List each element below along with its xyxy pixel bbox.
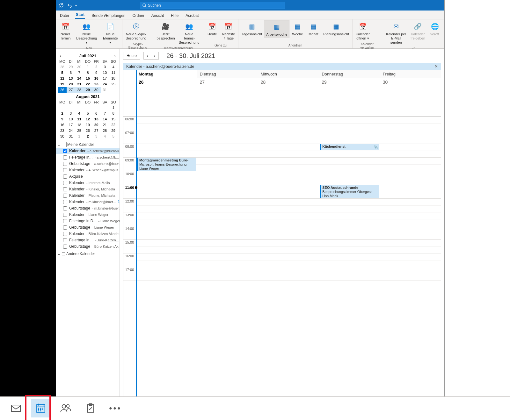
mini-calendar-day[interactable]: 13 [92, 116, 101, 122]
day-slots[interactable] [197, 117, 258, 419]
people-module-button[interactable] [56, 399, 76, 417]
ribbon-tab-hilfe[interactable]: Hilfe [170, 12, 179, 19]
calendar-checkbox[interactable] [63, 174, 67, 179]
calendar-list-item[interactable]: Feiertage in... - Büro-Kaizen... [56, 237, 120, 243]
calendar-list-item[interactable]: Kalender - Pisone, Michaela [56, 192, 120, 199]
mini-calendar-day[interactable]: 5 [58, 70, 67, 75]
day-header[interactable]: Donnerstag [319, 70, 380, 78]
ribbon-button[interactable]: ⓈNeue Skype-Besprechung [124, 20, 148, 42]
mini-calendar-day[interactable]: 12 [84, 116, 92, 122]
ribbon-tab-senden/empfangen[interactable]: Senden/Empfangen [91, 12, 126, 19]
collapse-sidebar-icon[interactable]: ‹ [56, 49, 120, 53]
ribbon-button[interactable]: ▦Woche [289, 20, 305, 38]
mini-calendar-day[interactable]: 27 [92, 128, 101, 133]
mini-calendar-day[interactable]: 22 [84, 81, 92, 87]
qat-customize-icon[interactable]: ▾ [75, 4, 77, 7]
day-header[interactable]: Freitag [380, 70, 441, 78]
search-input[interactable]: Suchen [140, 2, 285, 9]
mini-calendar-day[interactable]: 3 [92, 133, 101, 139]
mini-calendar-day[interactable]: 1 [75, 133, 84, 139]
mini-calendar-day[interactable]: 11 [75, 116, 84, 122]
mini-calendar-day[interactable]: 2 [58, 110, 67, 116]
mini-calendar-day[interactable]: 28 [75, 87, 84, 93]
mini-calendar-day[interactable]: 2 [92, 64, 101, 70]
prev-month-icon[interactable]: ‹ [60, 54, 61, 58]
prev-week-button[interactable]: ‹ [143, 52, 151, 60]
ribbon-tab-ordner[interactable]: Ordner [132, 12, 145, 19]
calendar-list-item[interactable]: Akquise [56, 173, 120, 180]
day-header[interactable]: Montag [136, 70, 197, 78]
calendar-checkbox[interactable] [63, 181, 67, 185]
ribbon-button[interactable]: 📄NeueElemente ▾ [100, 20, 121, 46]
ribbon-tab-datei[interactable]: Datei [59, 12, 69, 19]
mini-calendar-day[interactable]: 10 [67, 116, 75, 122]
calendar-checkbox[interactable] [63, 194, 67, 198]
mini-calendar-day[interactable]: 9 [58, 116, 67, 122]
mini-calendar-day[interactable]: 26 [84, 128, 92, 133]
mail-module-button[interactable] [6, 399, 26, 417]
calendar-group-other[interactable]: ⌄ Andere Kalender [56, 251, 120, 257]
calendar-checkbox[interactable] [63, 200, 67, 204]
mini-calendar-day[interactable]: 2 [84, 133, 92, 139]
today-button[interactable]: Heute [123, 52, 140, 60]
calendar-list-item[interactable]: Kalender - a.schenk@buero-k... [56, 148, 120, 154]
calendar-list-item[interactable]: Feiertage in... - a.schenk@b... [56, 154, 120, 160]
mini-calendar-day[interactable]: 6 [67, 70, 75, 75]
calendar-checkbox[interactable] [63, 238, 67, 242]
mini-calendar-day[interactable]: 15 [109, 116, 118, 122]
mini-calendar-day[interactable]: 29 [67, 64, 75, 70]
mini-calendar-day[interactable]: 13 [67, 75, 75, 81]
mini-calendar-day[interactable]: 10 [101, 70, 109, 75]
mini-calendar-day[interactable]: 17 [101, 75, 109, 81]
ribbon-button[interactable]: ✉Kalender perE-Mail senden [383, 20, 409, 46]
next-week-button[interactable]: › [151, 52, 159, 60]
ribbon-button[interactable]: ▦Arbeitswoche [264, 20, 289, 38]
mini-calendar-day[interactable]: 29 [84, 87, 92, 93]
mini-calendar-day[interactable]: 30 [75, 64, 84, 70]
mini-calendar-day[interactable]: 3 [101, 64, 109, 70]
day-slots[interactable]: Montagmorgenmeeting Büro-Microsoft Teams… [136, 117, 197, 419]
mini-calendar-day[interactable]: 26 [58, 87, 67, 93]
mini-calendar-day[interactable]: 20 [67, 81, 75, 87]
calendar-checkbox[interactable] [63, 206, 67, 210]
calendar-checkbox[interactable] [63, 162, 67, 166]
mini-calendar-day[interactable]: 27 [67, 87, 75, 93]
calendar-list-item[interactable]: Kalender - Liane Weger [56, 211, 120, 218]
more-modules-button[interactable]: ••• [106, 399, 125, 417]
mini-calendar-day[interactable]: 6 [92, 110, 101, 116]
mini-calendar-day[interactable]: 28 [58, 64, 67, 70]
mini-calendar-day[interactable]: 25 [75, 128, 84, 133]
calendar-module-button[interactable] [31, 399, 51, 417]
day-number[interactable]: 28 [258, 78, 319, 117]
mini-calendar-day[interactable]: 7 [75, 70, 84, 75]
mini-calendar-day[interactable]: 17 [67, 122, 75, 128]
calendar-list-item[interactable]: Kalender - m.kinzler@buer...1 [56, 199, 120, 205]
calendar-group-my[interactable]: ⌄ Meine Kalender [56, 141, 120, 148]
ribbon-button[interactable]: 👥Neue Teams-Besprechung [177, 20, 201, 46]
calendar-checkbox[interactable] [63, 232, 67, 236]
mini-calendar-day[interactable]: 4 [101, 133, 109, 139]
mini-calendar-day[interactable]: 23 [58, 128, 67, 133]
mini-calendar-day[interactable]: 4 [75, 110, 84, 116]
mini-calendar-day[interactable]: 19 [58, 81, 67, 87]
ribbon-tab-acrobat[interactable]: Acrobat [185, 12, 199, 19]
close-icon[interactable]: ✕ [434, 64, 438, 69]
ribbon-button[interactable]: 📅NeuerTermin [57, 20, 73, 42]
mini-calendar-day[interactable]: 31 [67, 133, 75, 139]
mini-calendar-day[interactable]: 16 [58, 122, 67, 128]
mini-calendar-day[interactable]: 9 [92, 70, 101, 75]
undo-icon[interactable] [67, 3, 72, 8]
day-slots[interactable] [258, 117, 319, 419]
day-slots[interactable] [380, 117, 441, 419]
mini-calendar-day[interactable]: 22 [109, 122, 118, 128]
mini-calendar-day[interactable]: 18 [109, 75, 118, 81]
ribbon-button[interactable]: 👥NeueBesprechung ▾ [73, 20, 100, 46]
mini-calendar-day[interactable]: 24 [101, 81, 109, 87]
day-number[interactable]: 26 [136, 78, 197, 117]
day-header[interactable]: Mittwoch [258, 70, 319, 78]
mini-calendar-day[interactable]: 16 [92, 75, 101, 81]
appointment[interactable]: Montagmorgenmeeting Büro-Microsoft Teams… [137, 158, 196, 171]
ribbon-button[interactable]: 🎥Jetztbesprechen [155, 20, 177, 42]
mini-calendar-day[interactable]: 14 [101, 116, 109, 122]
calendar-checkbox[interactable] [63, 149, 67, 153]
